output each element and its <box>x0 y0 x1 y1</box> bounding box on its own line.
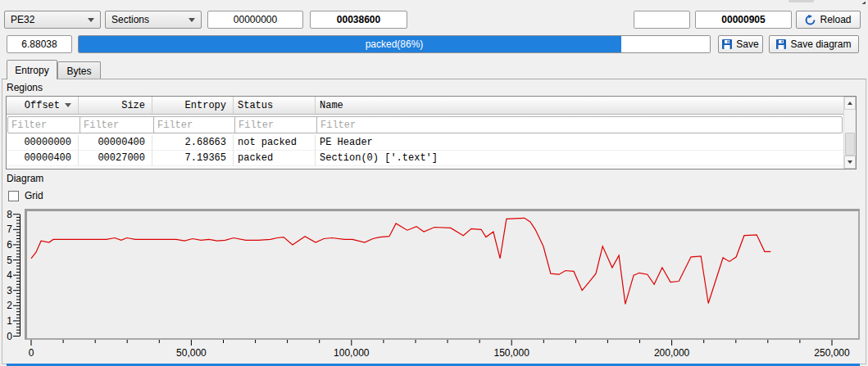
tab-bytes-label: Bytes <box>66 66 91 77</box>
table-header-row: Offset Size Entropy Status Name <box>7 97 843 115</box>
grid-checkbox-label: Grid <box>25 190 43 201</box>
scroll-down-icon <box>848 160 852 164</box>
cell-size: 00000400 <box>79 135 152 151</box>
table-row[interactable]: 00000000 00000400 2.68663 not packed PE … <box>7 135 843 151</box>
y-tick-label: 0 <box>1 331 12 342</box>
cell-name: Section(0) ['.text'] <box>316 151 843 166</box>
column-header-status[interactable]: Status <box>234 97 316 114</box>
column-header-size[interactable]: Size <box>79 97 152 114</box>
column-header-offset[interactable]: Offset <box>7 97 79 114</box>
save-diagram-button[interactable]: Save diagram <box>769 35 859 53</box>
save-button[interactable]: Save <box>718 35 763 53</box>
y-tick-label: 7 <box>1 224 12 235</box>
size-field[interactable] <box>310 11 407 29</box>
tab-entropy-label: Entropy <box>15 65 48 76</box>
chevron-down-icon <box>88 18 94 22</box>
block-size-field[interactable] <box>695 11 792 29</box>
x-tick-label: 0 <box>29 347 34 359</box>
table-row[interactable]: 00000400 00027000 7.19365 packed Section… <box>7 151 843 166</box>
y-tick-label: 5 <box>1 255 12 266</box>
window-edge-glyph-fragment <box>858 0 866 4</box>
x-tick-label: 50,000 <box>176 347 207 359</box>
y-tick-label: 6 <box>1 239 12 251</box>
view-mode-value: Sections <box>111 14 149 25</box>
regions-table: Offset Size Entropy Status Name 00000000… <box>6 96 857 169</box>
progressbar-label: packed(86%) <box>79 36 710 52</box>
window-edge-fragment <box>788 0 814 2</box>
cell-status: packed <box>234 151 316 166</box>
column-header-entropy[interactable]: Entropy <box>152 97 234 114</box>
filetype-value: PE32 <box>11 14 34 25</box>
grid-checkbox[interactable] <box>8 191 19 201</box>
save-icon <box>776 39 786 49</box>
cell-entropy: 2.68663 <box>152 135 234 151</box>
column-header-name[interactable]: Name <box>316 97 843 114</box>
entropy-line-svg <box>27 211 857 338</box>
filetype-combobox[interactable]: PE32 <box>4 11 101 29</box>
diagram-section-label: Diagram <box>7 173 43 184</box>
save-diagram-label: Save diagram <box>790 38 851 50</box>
cell-offset: 00000000 <box>7 135 79 151</box>
x-tick-label: 100,000 <box>334 347 369 359</box>
filter-row <box>7 115 843 135</box>
chevron-down-icon <box>189 18 195 22</box>
y-tick-label: 4 <box>1 269 12 281</box>
y-axis-ticks-svg <box>13 211 20 340</box>
reload-label: Reload <box>820 14 851 25</box>
entropy-total-field[interactable] <box>7 35 72 53</box>
x-tick-label: 250,000 <box>814 347 849 359</box>
y-tick-label: 1 <box>1 315 12 327</box>
save-icon <box>722 39 732 49</box>
cell-name: PE Header <box>316 135 843 151</box>
y-tick-label: 8 <box>1 209 12 220</box>
scroll-down-button[interactable] <box>844 156 856 169</box>
reload-icon <box>805 15 816 25</box>
tab-bytes[interactable]: Bytes <box>57 61 101 79</box>
scrollbar-thumb[interactable] <box>845 133 855 156</box>
x-axis-ticks-svg <box>27 340 857 347</box>
cell-status: not packed <box>234 135 316 151</box>
tab-entropy[interactable]: Entropy <box>7 60 57 79</box>
cell-entropy: 7.19365 <box>152 151 234 166</box>
block-count-field[interactable] <box>634 11 690 28</box>
scroll-up-button[interactable] <box>844 97 856 110</box>
sort-desc-icon <box>65 103 71 107</box>
scroll-up-icon <box>848 102 852 105</box>
cell-size: 00027000 <box>79 151 152 166</box>
x-tick-label: 150,000 <box>493 347 529 359</box>
y-tick-label: 2 <box>1 300 12 311</box>
offset-field[interactable] <box>207 11 303 29</box>
reload-button[interactable]: Reload <box>796 11 861 29</box>
cell-offset: 00000400 <box>7 151 79 166</box>
table-scrollbar[interactable] <box>843 97 856 169</box>
regions-section-label: Regions <box>7 82 43 93</box>
y-tick-label: 3 <box>1 285 12 296</box>
x-tick-label: 200,000 <box>654 347 689 359</box>
save-label: Save <box>736 38 758 50</box>
tabbar-baseline <box>2 79 866 79</box>
view-mode-combobox[interactable]: Sections <box>105 11 202 29</box>
filter-input-name[interactable] <box>316 116 843 133</box>
block-count-spinbox[interactable] <box>634 11 690 29</box>
packed-progressbar: packed(86%) <box>78 35 711 53</box>
